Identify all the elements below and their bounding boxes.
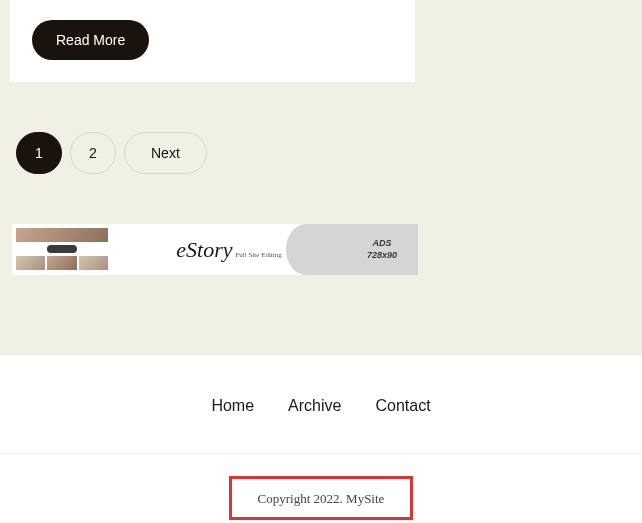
ad-brand-logo: eStoryFull Site Editing (176, 237, 282, 263)
footer-link-home[interactable]: Home (211, 397, 254, 415)
page-next-button[interactable]: Next (124, 132, 207, 174)
footer-link-archive[interactable]: Archive (288, 397, 341, 415)
copyright-section: Copyright 2022. MySite (0, 453, 642, 523)
pagination: 1 2 Next (10, 132, 632, 174)
footer-link-contact[interactable]: Contact (375, 397, 430, 415)
copyright-text: Copyright 2022. MySite (258, 491, 385, 506)
footer: Home Archive Contact Copyright 2022. MyS… (0, 355, 642, 523)
footer-nav: Home Archive Contact (0, 397, 642, 453)
ad-thumbnail-preview (12, 224, 112, 275)
copyright-highlight-box: Copyright 2022. MySite (229, 476, 414, 520)
page-2-button[interactable]: 2 (70, 132, 116, 174)
page-1-button[interactable]: 1 (16, 132, 62, 174)
ad-banner[interactable]: eStoryFull Site Editing ADS 728x90 (12, 224, 418, 275)
ad-center: eStoryFull Site Editing (112, 224, 346, 275)
read-more-button[interactable]: Read More (32, 20, 149, 60)
ad-tagline: Full Site Editing (235, 251, 281, 259)
article-card: Read More (10, 0, 415, 82)
